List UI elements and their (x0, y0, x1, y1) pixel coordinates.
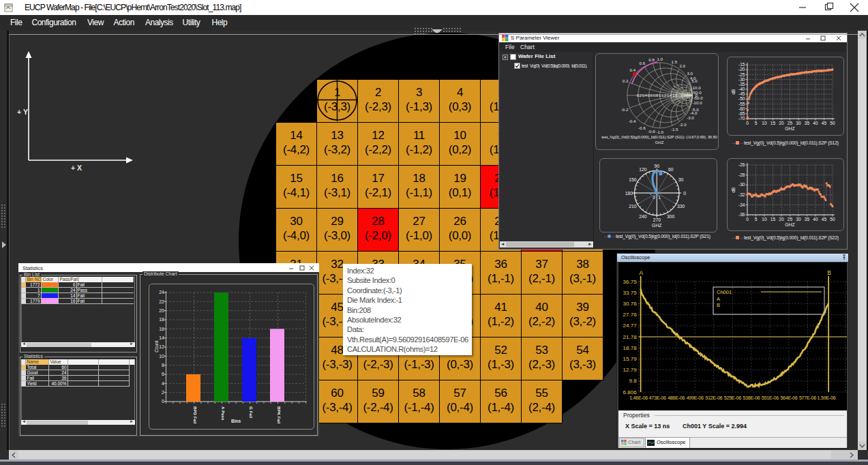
svg-text:0: 0 (653, 195, 655, 200)
svg-text:0: 0 (695, 93, 698, 97)
svg-text:20: 20 (159, 308, 164, 313)
svg-text:22: 22 (159, 299, 164, 304)
svg-text:6: 6 (162, 372, 164, 376)
svg-text:525E-06: 525E-06 (724, 395, 741, 401)
svg-text:45: 45 (822, 217, 827, 222)
svg-text:0: 0 (746, 121, 749, 125)
svg-text:-5.0: -5.0 (691, 107, 699, 112)
svg-text:0.2: 0.2 (623, 78, 629, 83)
svg-text:33.75: 33.75 (623, 290, 638, 296)
svg-text:A: A (640, 269, 644, 276)
svg-text:-30: -30 (738, 182, 745, 187)
svg-text:270: 270 (653, 217, 661, 222)
svg-text:BPD Fail: BPD Fail (193, 406, 198, 424)
svg-text:40: 40 (813, 121, 818, 125)
svg-text:-0.6: -0.6 (638, 125, 646, 130)
svg-text:50: 50 (830, 217, 835, 222)
svg-text:-65: -65 (738, 111, 745, 116)
svg-text:36.75: 36.75 (623, 279, 638, 285)
svg-text:-15: -15 (738, 62, 745, 67)
svg-text:-32: -32 (738, 192, 745, 197)
svg-text:120: 120 (639, 167, 647, 172)
svg-text:GHZ: GHZ (655, 140, 664, 145)
svg-text:GHZ: GHZ (785, 126, 794, 131)
svg-text:GHZ: GHZ (652, 223, 661, 228)
svg-text:50: 50 (830, 121, 835, 125)
svg-text:330: 330 (677, 204, 685, 209)
svg-text:5: 5 (755, 217, 758, 222)
svg-text:Ch001: Ch001 (717, 289, 732, 295)
svg-text:0.4: 0.4 (630, 68, 636, 72)
svg-text:14: 14 (159, 335, 164, 340)
svg-text:dB: dB (731, 187, 736, 193)
svg-text:499E-06: 499E-06 (687, 395, 704, 401)
svg-text:30: 30 (796, 121, 801, 125)
svg-text:10: 10 (762, 121, 767, 125)
svg-text:486E-06: 486E-06 (668, 395, 685, 401)
svg-text:30.76: 30.76 (623, 301, 638, 307)
svg-text:1.46E-06: 1.46E-06 (629, 395, 648, 401)
svg-text:Count: Count (154, 340, 159, 352)
svg-text:90: 90 (655, 164, 660, 168)
svg-text:0.8: 0.8 (648, 57, 655, 62)
svg-text:-36: -36 (738, 212, 745, 217)
svg-text:24: 24 (159, 290, 164, 295)
svg-text:210: 210 (629, 204, 637, 209)
svg-text:test_Vg(0)_Vd(0.5)Ig(0.000)_Id: test_Vg(0)_Vd(0.5)Ig(0.000)_Id(0.011).S2… (601, 135, 717, 139)
svg-text:-55: -55 (738, 102, 745, 106)
svg-text:1.5: 1.5 (672, 59, 678, 64)
svg-text:8: 8 (162, 363, 164, 368)
svg-text:2.0: 2.0 (679, 63, 685, 68)
svg-text:-0.4: -0.4 (629, 119, 636, 123)
svg-text:60: 60 (668, 167, 674, 172)
svg-text:-45: -45 (738, 91, 745, 96)
svg-text:-1.0: -1.0 (656, 130, 663, 134)
svg-text:564E-06: 564E-06 (780, 395, 797, 401)
svg-text:-2.0: -2.0 (679, 122, 687, 127)
svg-text:0: 0 (162, 399, 164, 404)
svg-text:15.79: 15.79 (623, 356, 638, 362)
svg-text:240: 240 (639, 214, 647, 219)
svg-text:35: 35 (805, 217, 810, 222)
svg-text:-20: -20 (738, 67, 745, 72)
svg-text:-30: -30 (738, 77, 745, 82)
svg-text:0.6: 0.6 (639, 61, 645, 65)
svg-text:25: 25 (788, 217, 793, 222)
svg-text:15: 15 (770, 217, 776, 222)
svg-text:5: 5 (755, 121, 758, 125)
svg-text:1.0: 1.0 (657, 57, 663, 61)
svg-text:551E-06: 551E-06 (762, 395, 779, 401)
svg-text:10: 10 (762, 217, 767, 222)
svg-text:150: 150 (629, 177, 637, 182)
svg-text:-25: -25 (738, 72, 745, 77)
svg-text:30: 30 (678, 177, 684, 182)
svg-text:30: 30 (796, 217, 801, 222)
svg-text:12.79: 12.79 (623, 367, 638, 373)
svg-text:512E-06: 512E-06 (705, 395, 722, 401)
svg-text:-70: -70 (738, 116, 745, 121)
svg-text:GHZ: GHZ (785, 222, 794, 227)
svg-text:21.78: 21.78 (623, 334, 638, 340)
svg-text:18.78: 18.78 (623, 345, 638, 351)
svg-text:16: 16 (159, 327, 164, 331)
svg-text:0: 0 (746, 217, 749, 222)
svg-text:25: 25 (788, 121, 793, 125)
svg-text:9.8: 9.8 (629, 378, 637, 384)
svg-text:-34: -34 (738, 202, 745, 207)
svg-text:B: B (827, 269, 831, 276)
svg-text:20: 20 (779, 217, 784, 222)
svg-text:20: 20 (779, 121, 784, 125)
svg-text:-50: -50 (738, 96, 745, 101)
svg-text:180: 180 (625, 191, 633, 196)
svg-text:577E-06: 577E-06 (799, 395, 816, 401)
svg-text:A: A (717, 296, 720, 302)
svg-text:12: 12 (159, 344, 164, 349)
svg-text:-28: -28 (738, 172, 745, 177)
svg-text:dB: dB (731, 89, 736, 95)
svg-text:-1.5: -1.5 (671, 127, 678, 132)
svg-text:538E-06: 538E-06 (743, 395, 760, 401)
svg-text:A Pass: A Pass (221, 406, 226, 421)
svg-text:B: B (717, 302, 720, 308)
svg-text:473E-06: 473E-06 (649, 395, 666, 401)
svg-text:24.77: 24.77 (623, 322, 638, 329)
